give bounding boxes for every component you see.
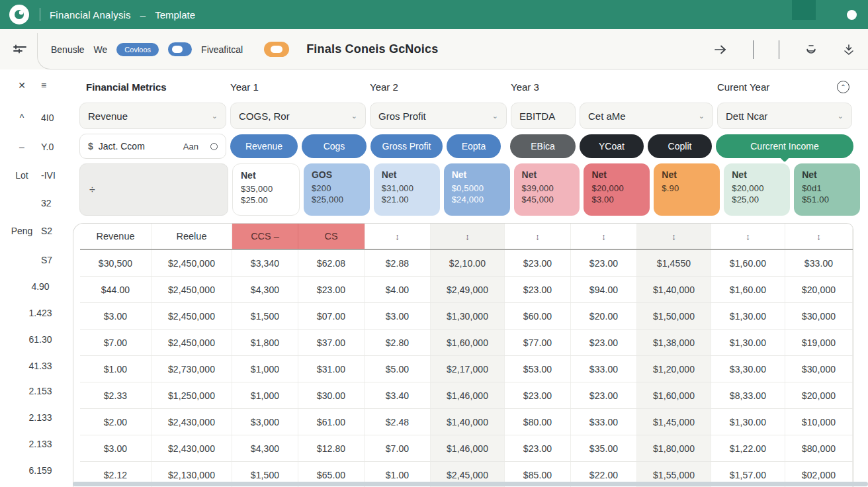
sort-column-header[interactable]: ↕ [785,224,853,249]
metric-select-gros-profit[interactable]: Gros Profit⌄ [370,103,507,129]
table-cell: $3.40 [365,382,431,408]
metric-select-dett-ncar[interactable]: Dett Ncar⌄ [717,103,852,129]
summary-card[interactable]: Net$31,000$21.00 [374,163,440,216]
summary-card[interactable]: Net$0d1$51.00 [794,163,860,216]
blue-toggle[interactable] [168,42,192,56]
chip-ebica[interactable]: EBica [510,134,576,158]
table-cell: $1,500 [232,303,298,329]
table-cell: $61.00 [298,409,365,435]
chip-revenue[interactable]: Revenue [230,134,298,158]
sidebar-row-label: ^ [11,112,33,123]
sidebar-row-label: – [11,142,33,152]
table-cell: $2,450,000 [152,303,232,329]
table-cell: $20,000 [785,382,853,408]
eject-icon[interactable] [804,44,818,56]
menu-item-benusle[interactable]: Benusle [51,44,85,55]
sort-icon: ↕ [395,232,400,242]
summary-card[interactable]: GOS$200$25,000 [304,163,370,216]
sidebar-row-number: 41.33 [20,361,61,371]
close-icon[interactable]: ✕ [11,80,33,91]
data-table: RevenueReelueCCS –CS↕↕↕↕↕↕↕ $30,500$2,45… [73,223,853,487]
toolbar: Benusle We Covloos Fiveafitcal Finals Co… [0,29,868,69]
download-icon[interactable] [843,44,855,56]
table-cell: $3.00 [80,303,152,329]
table-cell: $4,300 [232,435,298,461]
sort-column-header[interactable]: ↕ [571,224,637,249]
currency-icon: $ [88,141,93,152]
current-year-label: Curent Year [717,81,769,93]
metric-select-ebitda[interactable]: EBITDA [511,103,576,129]
controls-pill-button[interactable]: Covloos [116,43,159,56]
summary-card[interactable]: Net$39,000$45,000 [514,163,580,216]
chip-cogs[interactable]: Cogs [302,134,367,158]
table-cell: $8,33.00 [711,382,785,408]
sort-column-header[interactable]: ↕ [365,224,431,249]
col-cs[interactable]: CS [298,224,365,249]
table-cell: $3.00 [365,303,431,329]
summary-card[interactable]: Net$0,5000$24,000 [444,163,510,216]
account-avatar[interactable] [847,10,857,20]
divide-box[interactable]: ÷ [79,163,228,216]
table-cell: $31.00 [298,356,365,382]
summary-card[interactable]: Net$.90 [654,163,720,216]
table-cell: $4.00 [365,277,431,302]
card-value: $51.00 [802,194,852,205]
table-cell: $1,60.00 [711,250,785,276]
sidebar: ✕≡^4I0–Y.0Lot-IVI32PengS2S74.901.42361.3… [0,69,73,487]
chip-coplit[interactable]: Coplit [648,134,712,158]
table-cell: $2,430,000 [152,409,232,435]
metric-select-revenue[interactable]: Revenue⌄ [79,103,226,129]
col-revenue[interactable]: Revenue [80,224,152,249]
sidebar-row-number: 2.133 [20,412,61,423]
col-ccs[interactable]: CCS – [232,224,298,249]
arrow-right-icon[interactable] [713,44,728,55]
sidebar-row-label: Lot [11,170,33,181]
horizontal-scrollbar[interactable] [73,482,868,486]
card-value: $45,000 [522,194,572,205]
card-title: Net [452,169,502,180]
sort-column-header[interactable]: ↕ [711,224,785,249]
card-title: Net [591,169,642,180]
sort-icon: ↕ [601,232,606,242]
sidebar-row-number: 2.133 [20,439,61,449]
chip-curcrent-income[interactable]: Curcrent Income [716,134,853,158]
card-value: $3.00 [591,194,642,205]
sidebar-row-number: 6.159 [20,465,61,476]
table-cell: $30,000 [785,303,853,329]
chip-eopta[interactable]: Eopta [447,134,501,158]
collapse-circle-icon[interactable]: ⌃ [837,81,849,93]
metric-select-cet-ame[interactable]: Cet aMe⌄ [580,103,713,129]
menu-icon[interactable]: ≡ [41,80,69,91]
sort-icon: ↕ [535,232,540,242]
card-value: $25,000 [312,194,362,205]
year3-heading: Year 3 [511,81,576,93]
main-content: Financial Metrics Year 1 Year 2 Year 3 C… [73,69,868,487]
table-cell: $94.00 [571,277,637,302]
divide-icon: ÷ [89,184,95,196]
col-reelue[interactable]: Reelue [152,224,232,249]
summary-card[interactable]: Net$20,000$3.00 [584,163,650,216]
summary-card[interactable]: Net$35,000$25.00 [232,163,300,216]
search-input[interactable]: $ Jact. Ccom Aan [79,134,226,159]
current-year-heading: Curent Year ⌃ [717,81,852,93]
table-cell: $2,430,000 [152,435,232,461]
orange-toggle[interactable] [264,42,289,57]
circle-icon[interactable] [210,143,218,150]
chip-label: Gross Profit [382,141,431,152]
metric-selects-row: Revenue⌄COGS, Ror⌄Gros Profit⌄EBITDACet … [73,103,868,129]
chip-gross-profit[interactable]: Gross Profit [370,134,443,158]
table-row: $30,500$2,450,000$3,340$62.08$2.88$2,10.… [80,250,853,277]
table-cell: $3,340 [232,250,298,276]
sort-column-header[interactable]: ↕ [505,224,571,249]
chevron-down-icon: ⌄ [351,112,357,120]
summary-card[interactable]: Net$20,000$25,00 [724,163,790,216]
sort-lines-icon[interactable] [12,44,28,54]
sort-column-header[interactable]: ↕ [637,224,711,249]
chip-ycoat[interactable]: YCoat [580,134,644,158]
menu-item-we[interactable]: We [94,44,108,55]
sort-column-header[interactable]: ↕ [431,224,505,249]
table-cell: $1,22.00 [711,435,785,461]
metric-select-cogs-ror[interactable]: COGS, Ror⌄ [230,103,366,129]
table-cell: $1,250,000 [152,382,232,408]
card-value: $25.00 [241,195,291,206]
